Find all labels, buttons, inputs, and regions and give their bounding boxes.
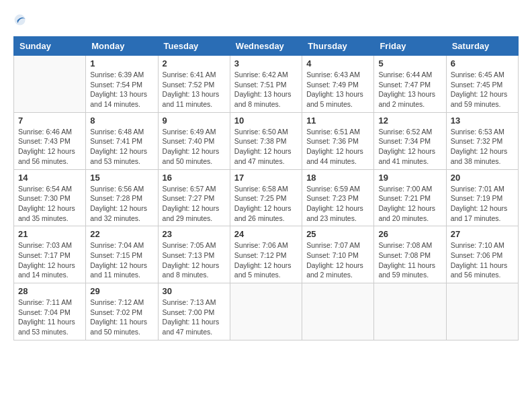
calendar-cell: 5Sunrise: 6:44 AM Sunset: 7:47 PM Daylig… (374, 56, 446, 113)
calendar-weekday-header: Tuesday (158, 37, 230, 56)
calendar-cell: 4Sunrise: 6:43 AM Sunset: 7:49 PM Daylig… (302, 56, 374, 113)
day-info: Sunrise: 7:03 AM Sunset: 7:17 PM Dayligh… (18, 240, 81, 280)
calendar-cell: 25Sunrise: 7:07 AM Sunset: 7:10 PM Dayli… (302, 226, 374, 283)
calendar-cell: 7Sunrise: 6:46 AM Sunset: 7:43 PM Daylig… (14, 112, 86, 169)
calendar-weekday-header: Sunday (14, 37, 86, 56)
day-number: 16 (163, 173, 226, 183)
calendar-table: SundayMondayTuesdayWednesdayThursdayFrid… (13, 36, 519, 340)
page-header (13, 13, 519, 30)
day-number: 4 (306, 58, 369, 68)
day-info: Sunrise: 6:42 AM Sunset: 7:51 PM Dayligh… (234, 70, 298, 109)
day-number: 17 (234, 173, 298, 183)
calendar-cell: 27Sunrise: 7:10 AM Sunset: 7:06 PM Dayli… (446, 226, 518, 283)
logo (13, 13, 32, 30)
day-number: 25 (306, 229, 369, 239)
calendar-header-row: SundayMondayTuesdayWednesdayThursdayFrid… (14, 37, 519, 56)
logo-icon (13, 13, 30, 30)
calendar-weekday-header: Saturday (446, 37, 518, 56)
calendar-cell: 29Sunrise: 7:12 AM Sunset: 7:02 PM Dayli… (86, 283, 158, 340)
day-number: 3 (234, 58, 298, 68)
day-info: Sunrise: 7:01 AM Sunset: 7:19 PM Dayligh… (451, 184, 514, 224)
calendar-cell: 3Sunrise: 6:42 AM Sunset: 7:51 PM Daylig… (230, 56, 302, 113)
day-info: Sunrise: 6:49 AM Sunset: 7:40 PM Dayligh… (163, 127, 226, 167)
day-info: Sunrise: 6:59 AM Sunset: 7:23 PM Dayligh… (306, 184, 369, 224)
calendar-weekday-header: Thursday (302, 37, 374, 56)
day-info: Sunrise: 6:45 AM Sunset: 7:45 PM Dayligh… (451, 70, 514, 109)
calendar-cell: 23Sunrise: 7:05 AM Sunset: 7:13 PM Dayli… (158, 226, 230, 283)
day-info: Sunrise: 6:46 AM Sunset: 7:43 PM Dayligh… (18, 127, 81, 167)
calendar-week-row: 1Sunrise: 6:39 AM Sunset: 7:54 PM Daylig… (14, 56, 519, 113)
day-number: 20 (451, 173, 514, 183)
calendar-cell: 2Sunrise: 6:41 AM Sunset: 7:52 PM Daylig… (158, 56, 230, 113)
calendar-cell: 11Sunrise: 6:51 AM Sunset: 7:36 PM Dayli… (302, 112, 374, 169)
day-info: Sunrise: 6:54 AM Sunset: 7:30 PM Dayligh… (18, 184, 81, 224)
calendar-weekday-header: Wednesday (230, 37, 302, 56)
calendar-cell (302, 283, 374, 340)
day-info: Sunrise: 6:44 AM Sunset: 7:47 PM Dayligh… (378, 70, 441, 109)
day-info: Sunrise: 6:48 AM Sunset: 7:41 PM Dayligh… (90, 127, 153, 167)
calendar-cell: 6Sunrise: 6:45 AM Sunset: 7:45 PM Daylig… (446, 56, 518, 113)
day-number: 8 (90, 116, 153, 126)
calendar-cell (230, 283, 302, 340)
day-info: Sunrise: 6:43 AM Sunset: 7:49 PM Dayligh… (306, 70, 369, 109)
calendar-week-row: 7Sunrise: 6:46 AM Sunset: 7:43 PM Daylig… (14, 112, 519, 169)
calendar-cell: 28Sunrise: 7:11 AM Sunset: 7:04 PM Dayli… (14, 283, 86, 340)
day-number: 5 (378, 58, 441, 68)
day-number: 6 (451, 58, 514, 68)
day-info: Sunrise: 7:11 AM Sunset: 7:04 PM Dayligh… (18, 298, 81, 337)
calendar-cell (14, 56, 86, 113)
day-info: Sunrise: 7:07 AM Sunset: 7:10 PM Dayligh… (306, 240, 369, 280)
day-info: Sunrise: 7:06 AM Sunset: 7:12 PM Dayligh… (234, 240, 298, 280)
day-info: Sunrise: 6:39 AM Sunset: 7:54 PM Dayligh… (90, 70, 153, 109)
calendar-cell (446, 283, 518, 340)
day-number: 9 (163, 116, 226, 126)
day-number: 2 (163, 58, 226, 68)
calendar-cell: 22Sunrise: 7:04 AM Sunset: 7:15 PM Dayli… (86, 226, 158, 283)
day-number: 10 (234, 116, 298, 126)
day-number: 7 (18, 116, 81, 126)
calendar-cell: 14Sunrise: 6:54 AM Sunset: 7:30 PM Dayli… (14, 169, 86, 226)
day-number: 27 (451, 229, 514, 239)
svg-point-0 (15, 15, 26, 26)
calendar-cell: 26Sunrise: 7:08 AM Sunset: 7:08 PM Dayli… (374, 226, 446, 283)
calendar-week-row: 14Sunrise: 6:54 AM Sunset: 7:30 PM Dayli… (14, 169, 519, 226)
day-number: 23 (163, 229, 226, 239)
calendar-week-row: 21Sunrise: 7:03 AM Sunset: 7:17 PM Dayli… (14, 226, 519, 283)
day-info: Sunrise: 7:10 AM Sunset: 7:06 PM Dayligh… (451, 240, 514, 280)
day-number: 13 (451, 116, 514, 126)
day-info: Sunrise: 6:50 AM Sunset: 7:38 PM Dayligh… (234, 127, 298, 167)
calendar-cell: 21Sunrise: 7:03 AM Sunset: 7:17 PM Dayli… (14, 226, 86, 283)
day-number: 24 (234, 229, 298, 239)
day-number: 26 (378, 229, 441, 239)
calendar-cell: 19Sunrise: 7:00 AM Sunset: 7:21 PM Dayli… (374, 169, 446, 226)
calendar-cell: 10Sunrise: 6:50 AM Sunset: 7:38 PM Dayli… (230, 112, 302, 169)
day-info: Sunrise: 6:57 AM Sunset: 7:27 PM Dayligh… (163, 184, 226, 224)
calendar-cell: 1Sunrise: 6:39 AM Sunset: 7:54 PM Daylig… (86, 56, 158, 113)
day-info: Sunrise: 6:58 AM Sunset: 7:25 PM Dayligh… (234, 184, 298, 224)
day-info: Sunrise: 6:56 AM Sunset: 7:28 PM Dayligh… (90, 184, 153, 224)
day-info: Sunrise: 7:00 AM Sunset: 7:21 PM Dayligh… (378, 184, 441, 224)
day-number: 22 (90, 229, 153, 239)
day-number: 12 (378, 116, 441, 126)
day-number: 30 (163, 286, 226, 296)
calendar-week-row: 28Sunrise: 7:11 AM Sunset: 7:04 PM Dayli… (14, 283, 519, 340)
day-info: Sunrise: 7:08 AM Sunset: 7:08 PM Dayligh… (378, 240, 441, 280)
calendar-cell: 30Sunrise: 7:13 AM Sunset: 7:00 PM Dayli… (158, 283, 230, 340)
day-number: 28 (18, 286, 81, 296)
calendar-cell: 12Sunrise: 6:52 AM Sunset: 7:34 PM Dayli… (374, 112, 446, 169)
day-info: Sunrise: 7:04 AM Sunset: 7:15 PM Dayligh… (90, 240, 153, 280)
calendar-cell: 16Sunrise: 6:57 AM Sunset: 7:27 PM Dayli… (158, 169, 230, 226)
day-info: Sunrise: 7:12 AM Sunset: 7:02 PM Dayligh… (90, 298, 153, 337)
calendar-weekday-header: Monday (86, 37, 158, 56)
day-number: 19 (378, 173, 441, 183)
calendar-cell: 17Sunrise: 6:58 AM Sunset: 7:25 PM Dayli… (230, 169, 302, 226)
calendar-cell: 9Sunrise: 6:49 AM Sunset: 7:40 PM Daylig… (158, 112, 230, 169)
day-number: 15 (90, 173, 153, 183)
day-number: 1 (90, 58, 153, 68)
calendar-cell (374, 283, 446, 340)
calendar-cell: 13Sunrise: 6:53 AM Sunset: 7:32 PM Dayli… (446, 112, 518, 169)
day-info: Sunrise: 7:13 AM Sunset: 7:00 PM Dayligh… (163, 298, 226, 337)
calendar-cell: 8Sunrise: 6:48 AM Sunset: 7:41 PM Daylig… (86, 112, 158, 169)
calendar-weekday-header: Friday (374, 37, 446, 56)
day-number: 29 (90, 286, 153, 296)
